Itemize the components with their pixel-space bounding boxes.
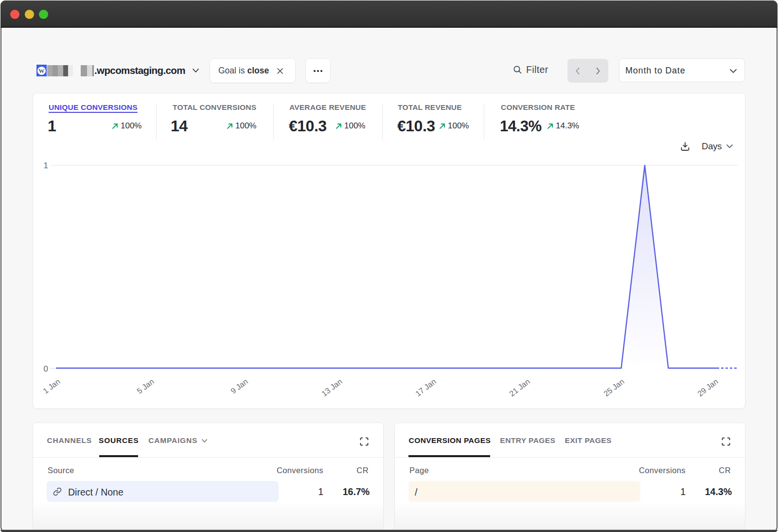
svg-text:29 Jan: 29 Jan: [696, 377, 720, 398]
svg-text:W: W: [38, 67, 45, 74]
svg-text:0: 0: [44, 364, 48, 373]
svg-text:21 Jan: 21 Jan: [508, 377, 531, 398]
svg-text:25 Jan: 25 Jan: [602, 377, 626, 398]
svg-text:13 Jan: 13 Jan: [320, 377, 344, 398]
svg-text:1: 1: [44, 161, 48, 170]
svg-text:9 Jan: 9 Jan: [229, 377, 249, 395]
svg-text:1 Jan: 1 Jan: [41, 377, 61, 395]
svg-text:17 Jan: 17 Jan: [414, 377, 438, 398]
svg-text:5 Jan: 5 Jan: [135, 377, 155, 395]
